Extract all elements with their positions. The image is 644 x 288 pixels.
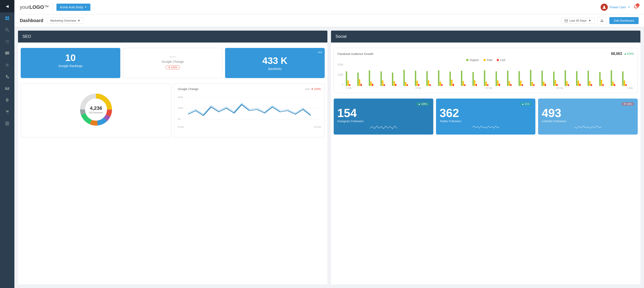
- bar-organic: [564, 70, 566, 86]
- account-selector[interactable]: Acme Auto Body ▼: [56, 4, 90, 11]
- bar-group: [553, 72, 564, 86]
- bar-group: [426, 71, 437, 86]
- bar-paid: [624, 80, 625, 86]
- down-arrow-icon: ▼: [311, 88, 314, 91]
- svg-text:50: 50: [178, 96, 183, 98]
- bar-paid: [428, 80, 429, 86]
- main-area: yourLOGO™ Acme Auto Body ▼ Power User ▼ …: [14, 0, 644, 288]
- donut-chart: 4,236 GA Sessions: [78, 92, 114, 128]
- bar-organic: [369, 70, 370, 86]
- sidebar-item-marketing[interactable]: [0, 59, 14, 71]
- sidebar-item-reports[interactable]: [0, 36, 14, 48]
- trend-line: [305, 89, 310, 89]
- gchange-badge: ▼ 100%: [166, 65, 180, 69]
- download-button[interactable]: [597, 17, 607, 24]
- avatar: [600, 4, 608, 11]
- bar-lost: [384, 84, 385, 86]
- follower-cards: ▲ 108% 154 Instagram Followers ▲ 21% 36: [331, 99, 640, 137]
- bar-group: [369, 70, 380, 86]
- bar-group: [438, 70, 449, 86]
- bar-organic: [426, 71, 428, 86]
- ga-sessions-label: GA Sessions: [89, 111, 103, 114]
- bar-group: [461, 71, 472, 86]
- sidebar-collapse[interactable]: ◀: [0, 0, 14, 12]
- bar-paid: [440, 82, 441, 86]
- sidebar-item-location[interactable]: [0, 94, 14, 106]
- bar-paid: [348, 80, 349, 86]
- backlinks-value: 433 K: [262, 55, 288, 66]
- bar-paid: [589, 81, 590, 86]
- bar-organic: [392, 73, 393, 86]
- bar-group: [518, 71, 529, 86]
- instagram-card: ▲ 108% 154 Instagram Followers: [334, 99, 433, 135]
- date-range-label: Last 30 Days: [570, 19, 587, 22]
- bar-organic: [404, 70, 405, 86]
- bar-paid: [509, 81, 510, 86]
- bar-group: [415, 71, 426, 86]
- google-rankings-card: 10 Google Rankings 0%: [21, 48, 120, 78]
- svg-rect-2: [6, 19, 7, 20]
- social-header: Social: [331, 31, 640, 43]
- bar-organic: [518, 71, 520, 86]
- seo-panel: SEO 10 Google Rankings 0% Google Change …: [18, 31, 328, 284]
- bar-lost: [441, 84, 442, 86]
- bar-lost: [395, 84, 396, 86]
- view-selector[interactable]: Marketing Overview ▼: [47, 17, 84, 24]
- bar-lost: [625, 84, 627, 86]
- seo-bottom-cards: 4,236 GA Sessions Google Change ▼ 10: [18, 84, 328, 140]
- bar-paid: [543, 82, 544, 86]
- user-menu[interactable]: Power User ▼: [600, 4, 630, 11]
- bar-organic: [553, 72, 554, 86]
- sidebar-item-phone[interactable]: [0, 71, 14, 83]
- bar-paid: [612, 82, 614, 86]
- sidebar-item-email[interactable]: [0, 83, 14, 94]
- sidebar-item-commerce[interactable]: [0, 106, 14, 118]
- bar-paid: [451, 80, 452, 86]
- bar-organic: [576, 71, 578, 86]
- bar-organic: [530, 70, 531, 86]
- date-range-selector[interactable]: Last 30 Days ▼: [561, 17, 595, 24]
- bar-organic: [496, 71, 497, 86]
- notifications-button[interactable]: 1: [634, 4, 638, 10]
- seo-header: SEO: [18, 31, 328, 43]
- fb-number: 68,063: [611, 52, 622, 56]
- edit-dashboard-button[interactable]: Edit Dashboard: [609, 17, 638, 24]
- facebook-growth-card: Facebook Audience Growth 68,063 ▲ 624% O…: [334, 48, 638, 93]
- bar-group: [611, 70, 622, 86]
- collapse-icon: ◀: [6, 4, 8, 8]
- svg-point-4: [6, 28, 8, 31]
- bar-organic: [588, 71, 589, 86]
- view-chevron-icon: ▼: [77, 19, 80, 22]
- bar-lost: [568, 84, 569, 86]
- bar-organic: [415, 71, 416, 86]
- bar-organic: [472, 72, 474, 86]
- view-label: Marketing Overview: [50, 19, 76, 22]
- chart-x-labels: 8 Feb 22 Feb: [178, 126, 321, 128]
- date-chevron-icon: ▼: [588, 19, 592, 22]
- bar-organic: [507, 71, 508, 86]
- bar-lost: [499, 84, 500, 86]
- sidebar-item-chat[interactable]: [0, 48, 14, 59]
- seo-stat-cards: 10 Google Rankings 0% Google Change ▼ 10…: [18, 45, 328, 81]
- sidebar-item-dashboard[interactable]: [0, 12, 14, 24]
- calendar-icon: [564, 19, 568, 22]
- rankings-value: 10: [65, 53, 76, 63]
- bar-chart-wrap: 5,000 2,500 0 1 Feb 8 Feb 15 Feb 22 Feb …: [338, 64, 634, 89]
- more-options-icon[interactable]: •••: [318, 50, 322, 55]
- bar-group: [392, 73, 403, 86]
- subheader-actions: Last 30 Days ▼ Edit Dashboard: [561, 17, 638, 24]
- bar-group: [450, 72, 460, 86]
- bar-organic: [346, 71, 347, 86]
- bar-chart-container: 1 Feb 8 Feb 15 Feb 22 Feb 1 Mar: [345, 64, 634, 89]
- lost-dot: [497, 59, 499, 61]
- bar-paid: [359, 79, 360, 86]
- svg-text:0: 0: [178, 118, 180, 120]
- down-icon: ▼: [624, 103, 626, 105]
- bar-lost: [418, 84, 419, 86]
- chevron-down-icon: ▼: [84, 6, 87, 8]
- sidebar-item-files[interactable]: [0, 118, 14, 129]
- sidebar-item-search[interactable]: [0, 24, 14, 36]
- bar-lost: [556, 84, 558, 86]
- up-icon: ▲: [522, 103, 524, 105]
- account-name: Acme Auto Body: [60, 6, 84, 9]
